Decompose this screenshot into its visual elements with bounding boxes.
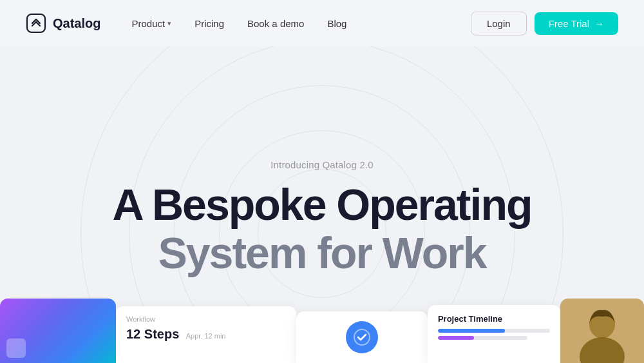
free-trial-button[interactable]: Free Trial → (535, 12, 618, 35)
person-silhouette-icon (573, 305, 631, 363)
nav-product[interactable]: Product ▾ (121, 13, 182, 34)
workflow-time: Appr. 12 min (186, 332, 226, 340)
introducing-text: Introducing Qatalog 2.0 (113, 159, 532, 170)
logo-link[interactable]: Qatalog (26, 13, 100, 34)
nav-links: Product ▾ Pricing Book a demo Blog (121, 13, 357, 34)
circle-icon (346, 321, 378, 353)
preview-card-workflow: Workflow 12 Steps Appr. 12 min (116, 306, 296, 363)
logo-icon (26, 13, 46, 34)
timeline-bar (438, 329, 550, 333)
workflow-steps-count: 12 Steps (126, 327, 179, 341)
preview-card-circle (296, 311, 428, 363)
preview-card-timeline: Project Timeline (428, 305, 560, 363)
preview-card-gradient (0, 299, 116, 363)
workflow-label: Workflow (126, 315, 286, 323)
preview-person-card (560, 299, 644, 363)
svg-point-3 (580, 337, 625, 363)
hero-title-line1: A Bespoke Operating (113, 182, 532, 228)
workflow-steps-row: 12 Steps Appr. 12 min (126, 327, 286, 342)
hero-title: A Bespoke Operating System for Work (113, 182, 532, 277)
timeline-bar-fill (438, 329, 505, 333)
svg-point-1 (354, 329, 370, 345)
preview-cards: Workflow 12 Steps Appr. 12 min Project T… (0, 299, 644, 363)
gradient-card-inner (6, 338, 26, 358)
hero-content: Introducing Qatalog 2.0 A Bespoke Operat… (87, 159, 558, 277)
nav-blog[interactable]: Blog (317, 13, 357, 34)
svg-rect-0 (27, 14, 45, 32)
product-chevron-down-icon: ▾ (167, 19, 171, 28)
nav-book-demo[interactable]: Book a demo (237, 13, 314, 34)
arrow-icon: → (594, 18, 604, 29)
nav-pricing[interactable]: Pricing (184, 13, 234, 34)
login-button[interactable]: Login (471, 12, 527, 35)
timeline-label: Project Timeline (438, 314, 550, 324)
navbar-right: Login Free Trial → (471, 12, 618, 35)
hero-section: Introducing Qatalog 2.0 A Bespoke Operat… (0, 46, 644, 363)
navbar: Qatalog Product ▾ Pricing Book a demo Bl… (0, 0, 644, 46)
timeline-bar-fill-2 (438, 336, 474, 340)
hero-title-line2: System for Work (113, 230, 532, 276)
timeline-bar-2 (438, 336, 527, 340)
navbar-left: Qatalog Product ▾ Pricing Book a demo Bl… (26, 13, 357, 34)
logo-text: Qatalog (53, 16, 100, 31)
check-icon (353, 328, 371, 346)
